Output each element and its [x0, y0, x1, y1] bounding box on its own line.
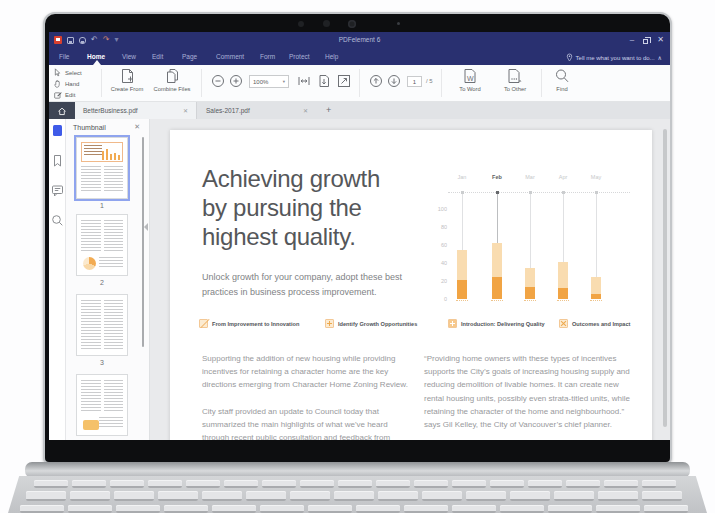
collapse-ribbon-caret[interactable]: ∧ — [658, 54, 662, 61]
menu-form[interactable]: Form — [260, 53, 275, 60]
laptop-hinge — [25, 462, 690, 478]
thumbnail-page-number: 2 — [74, 279, 130, 286]
keyboard-key — [20, 505, 64, 513]
menu-comment[interactable]: Comment — [216, 53, 244, 60]
webcam-indicator — [397, 22, 400, 25]
bar-segment-light — [558, 262, 568, 288]
title-bar: ↶ ↷ ▾ PDFelement 6 – ✕ — [49, 32, 670, 50]
panel-collapse-handle[interactable] — [144, 223, 148, 231]
keyboard-key — [528, 480, 562, 488]
thumbnail-page-number: 1 — [74, 202, 130, 209]
panel-scrollbar[interactable] — [142, 137, 144, 347]
fit-width-button[interactable] — [297, 74, 311, 88]
keyboard-key — [212, 505, 256, 513]
restore-button[interactable] — [643, 39, 648, 44]
zoom-in-button[interactable] — [229, 74, 243, 88]
next-page-button[interactable] — [387, 74, 401, 88]
tab-sales-2017[interactable]: Sales-2017.pdf ✕ — [198, 102, 316, 119]
cursor-icon — [54, 68, 62, 77]
close-panel-icon[interactable]: ✕ — [134, 123, 140, 131]
create-document-icon — [120, 68, 135, 84]
tell-me-search[interactable]: Tell me what you want to do... ∧ — [566, 53, 662, 62]
create-from-button[interactable]: Create From — [106, 68, 148, 92]
page-thumbnail[interactable] — [76, 374, 128, 436]
zoom-level-dropdown[interactable]: 100%▾ — [249, 75, 289, 88]
menu-help[interactable]: Help — [325, 53, 338, 60]
menu-view[interactable]: View — [122, 53, 136, 60]
thumbnail-page-number: 4 — [74, 439, 130, 440]
menu-file[interactable]: File — [59, 53, 69, 60]
bar-segment-dark — [591, 294, 601, 299]
workspace: Thumbnail ✕ 1234 Achieving growth by pur… — [49, 119, 670, 440]
bar-segment-light — [525, 268, 535, 288]
bar-segment-dark — [525, 287, 535, 299]
zoom-out-button[interactable] — [211, 74, 225, 88]
month-label: Apr — [548, 174, 578, 180]
home-tab-button[interactable] — [49, 102, 75, 119]
pin-icon — [566, 53, 573, 62]
keyboard-key — [110, 480, 144, 488]
bar-segment-dark — [492, 277, 502, 299]
tab-betterbusiness[interactable]: BetterBusiness.pdf ✕ — [75, 102, 197, 119]
bar-segment-dark — [457, 280, 467, 299]
keyboard-key — [566, 480, 600, 488]
drop-line — [530, 194, 531, 268]
keyboard-key — [404, 505, 448, 513]
y-axis-tick-label: 0 — [434, 296, 447, 302]
keyboard-key — [68, 505, 112, 513]
webcam-dot — [298, 21, 304, 27]
close-button[interactable]: ✕ — [657, 35, 664, 45]
combine-files-button[interactable]: Combine Files — [151, 68, 193, 92]
close-tab-icon[interactable]: ✕ — [183, 107, 188, 114]
keyboard-key — [260, 505, 304, 513]
keyboard-key — [300, 480, 334, 488]
keyboard-key — [356, 505, 400, 513]
fit-page-button[interactable] — [317, 74, 331, 88]
bookmark-panel-icon[interactable] — [51, 154, 64, 167]
menu-home[interactable]: Home — [87, 53, 105, 60]
x-icon — [559, 319, 568, 328]
page-thumbnail[interactable] — [76, 294, 128, 356]
find-button[interactable]: Find — [547, 68, 577, 92]
comment-panel-icon[interactable] — [51, 184, 64, 197]
previous-page-button[interactable] — [369, 74, 383, 88]
actual-size-button[interactable] — [337, 74, 351, 88]
pdf-page: Achieving growth by pursuing the highest… — [170, 130, 652, 440]
close-tab-icon[interactable]: ✕ — [303, 107, 308, 114]
hand-tool[interactable]: Hand — [54, 78, 82, 89]
menu-bar: File Home View Edit Page Comment Form Pr… — [49, 50, 670, 65]
minimize-button[interactable]: – — [630, 35, 634, 45]
page-number-input[interactable] — [407, 76, 422, 87]
month-label: Mar — [515, 174, 545, 180]
page-thumbnail[interactable] — [76, 137, 128, 199]
new-tab-button[interactable]: + — [326, 105, 331, 115]
keyboard-key — [34, 480, 68, 488]
convert-to-other-button[interactable]: To Other — [494, 68, 536, 92]
menu-protect[interactable]: Protect — [289, 53, 310, 60]
growth-bar-chart: 100806040200JanFebMarAprMay — [434, 174, 640, 308]
document-scrollbar[interactable] — [663, 129, 667, 427]
select-tool[interactable]: Select — [54, 67, 82, 78]
drop-line — [497, 194, 498, 243]
convert-to-word-button[interactable]: W To Word — [449, 68, 491, 92]
pencil-icon — [54, 90, 62, 99]
window-title: PDFelement 6 — [49, 36, 670, 43]
menu-page[interactable]: Page — [182, 53, 197, 60]
bar-segment-light — [457, 250, 467, 280]
keyboard-key — [186, 480, 220, 488]
bar-segment-light — [591, 277, 601, 293]
search-panel-icon[interactable] — [51, 214, 64, 227]
webcam-dot — [323, 20, 330, 27]
menu-edit[interactable]: Edit — [152, 53, 163, 60]
chevron-down-icon: ▾ — [283, 79, 285, 84]
keyboard-key — [604, 480, 638, 488]
webcam-area — [45, 19, 670, 29]
keyboard-key — [554, 491, 594, 501]
page-thumbnail[interactable] — [76, 214, 128, 276]
thumbnail-panel-icon[interactable] — [51, 124, 64, 137]
keyboard-key — [596, 505, 640, 513]
section-links-row: From Improvement to Innovation Identify … — [170, 319, 652, 333]
drop-line — [462, 194, 463, 250]
keyboard-key — [70, 491, 110, 501]
edit-tool[interactable]: Edit — [54, 89, 82, 100]
